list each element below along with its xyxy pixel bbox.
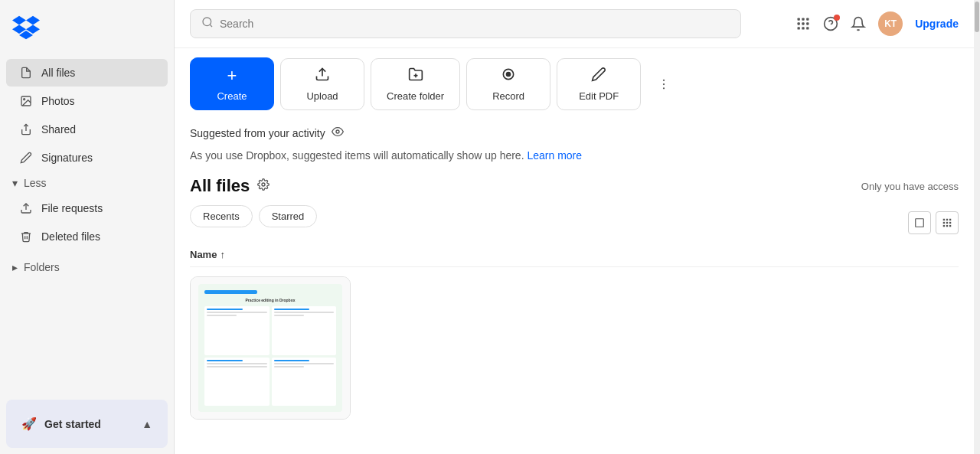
svg-rect-34 (943, 224, 945, 226)
content-area: Suggested from your activity As you use … (175, 119, 974, 454)
svg-rect-32 (946, 221, 948, 223)
learn-more-link[interactable]: Learn more (527, 149, 582, 162)
folders-toggle[interactable]: ▸ Folders (0, 256, 174, 278)
apps-button[interactable] (795, 16, 811, 31)
name-sort[interactable]: Name ↑ (190, 249, 959, 267)
chevron-up-icon: ▾ (12, 177, 18, 189)
filter-starred[interactable]: Starred (259, 205, 318, 227)
doc-preview: Practice editing in Dropbox (198, 284, 341, 412)
folder-plus-icon (408, 67, 423, 86)
view-controls (908, 211, 959, 234)
file-thumbnail: Practice editing in Dropbox (191, 277, 350, 419)
scrollbar-track[interactable] (974, 0, 980, 454)
svg-point-24 (663, 87, 665, 89)
less-toggle[interactable]: ▾ Less (0, 172, 174, 194)
chevron-up-icon: ▲ (142, 418, 152, 430)
sidebar-item-deleted-files[interactable]: Deleted files (6, 223, 168, 250)
scrollbar-thumb[interactable] (975, 2, 979, 32)
file-card[interactable]: Practice editing in Dropbox (190, 276, 351, 420)
svg-point-4 (203, 18, 211, 26)
record-button[interactable]: Record (466, 58, 550, 110)
upgrade-button[interactable]: Upgrade (915, 18, 959, 30)
svg-rect-31 (943, 221, 945, 223)
doc-cell-2 (272, 306, 336, 354)
svg-rect-28 (943, 218, 945, 220)
svg-rect-30 (949, 218, 951, 220)
svg-point-21 (507, 72, 511, 76)
svg-point-22 (663, 79, 665, 80)
files-header: All files Only you have access (190, 176, 959, 196)
grid-view-button[interactable] (936, 211, 959, 234)
notifications-button[interactable] (851, 16, 866, 31)
notification-dot (834, 15, 840, 21)
get-started-header[interactable]: 🚀 Get started ▲ (12, 409, 162, 439)
svg-rect-35 (946, 224, 948, 226)
doc-line (207, 366, 266, 367)
create-button[interactable]: + Create (190, 57, 274, 110)
sidebar-item-file-requests[interactable]: File requests (6, 194, 168, 222)
access-label: Only you have access (861, 181, 959, 192)
doc-grid (204, 306, 335, 406)
shared-icon (18, 122, 34, 137)
filter-recents[interactable]: Recents (190, 205, 253, 227)
svg-rect-8 (806, 18, 808, 21)
svg-point-25 (336, 130, 339, 133)
edit-pdf-icon (591, 67, 606, 86)
list-view-button[interactable] (908, 211, 931, 234)
file-grid: Practice editing in Dropbox (190, 276, 959, 420)
suggestion-text: As you use Dropbox, suggested items will… (190, 149, 524, 162)
top-icons: KT Upgrade (795, 11, 959, 36)
rocket-icon: 🚀 (21, 416, 37, 431)
sidebar-item-photos-label: Photos (41, 95, 155, 107)
settings-icon[interactable] (257, 178, 270, 194)
upload-label: Upload (306, 90, 338, 102)
sidebar-item-deleted-files-label: Deleted files (41, 230, 155, 243)
sort-arrow-icon: ↑ (220, 249, 225, 260)
suggested-label: Suggested from your activity (190, 127, 325, 139)
all-files-title: All files (190, 176, 250, 196)
photo-icon (18, 93, 34, 109)
svg-point-26 (262, 183, 265, 186)
get-started-panel: 🚀 Get started ▲ (6, 400, 168, 448)
file-icon (18, 65, 34, 80)
doc-line (207, 315, 237, 316)
doc-line (207, 360, 243, 361)
avatar[interactable]: KT (878, 11, 903, 36)
doc-line (274, 363, 334, 364)
plus-icon: + (227, 66, 237, 86)
svg-rect-12 (798, 27, 800, 29)
doc-line (274, 315, 304, 316)
svg-rect-10 (802, 22, 805, 24)
folders-label: Folders (24, 261, 60, 273)
create-folder-button[interactable]: Create folder (371, 58, 460, 110)
suggestion-message: As you use Dropbox, suggested items will… (190, 148, 959, 164)
svg-rect-9 (798, 22, 800, 24)
search-input[interactable] (220, 18, 730, 30)
sidebar-item-all-files[interactable]: All files (6, 59, 168, 87)
sidebar-item-signatures[interactable]: Signatures (6, 144, 168, 171)
search-bar[interactable] (190, 9, 741, 38)
sidebar-item-photos[interactable]: Photos (6, 87, 168, 115)
edit-pdf-label: Edit PDF (579, 90, 619, 102)
upload-button[interactable]: Upload (280, 58, 364, 110)
record-icon (501, 67, 516, 86)
main-content: KT Upgrade + Create Upload Create folder… (175, 0, 974, 454)
logo (0, 0, 174, 55)
doc-line (274, 360, 310, 361)
doc-header-bar (204, 290, 256, 294)
svg-point-23 (663, 83, 665, 84)
trash-icon (18, 229, 34, 244)
eye-icon[interactable] (332, 126, 344, 140)
chevron-down-icon: ▸ (12, 261, 18, 273)
edit-pdf-button[interactable]: Edit PDF (557, 58, 641, 110)
sidebar-item-shared[interactable]: Shared (6, 116, 168, 143)
svg-rect-36 (949, 224, 951, 226)
filter-tabs: Recents Starred (190, 205, 317, 227)
more-options-button[interactable] (650, 70, 678, 98)
create-folder-label: Create folder (387, 90, 444, 102)
help-button[interactable] (823, 16, 838, 31)
doc-line (207, 363, 266, 364)
filter-and-view: Recents Starred (190, 205, 959, 240)
svg-rect-14 (806, 27, 808, 29)
doc-line (207, 312, 266, 313)
